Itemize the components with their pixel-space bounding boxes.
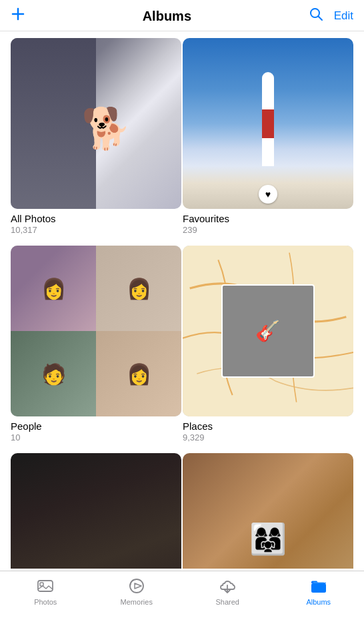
album-item-favourites[interactable]: ♥ Favourites 239 [183,38,353,235]
album-thumb-bottom-2 [183,453,353,569]
svg-rect-10 [313,582,324,583]
tab-bar: Photos Memories Shared [0,571,364,626]
album-thumb-all-photos [11,38,181,209]
album-item-bottom-2[interactable] [183,453,353,569]
photos-icon [37,577,54,595]
heart-icon: ♥ [259,185,277,204]
tab-albums[interactable]: Albums [299,577,339,606]
person-cell-4: 👩 [96,331,181,416]
album-name-places: Places [183,420,353,432]
person-cell-2: 👩 [96,246,181,331]
person-cell-1: 👩 [11,246,96,331]
tab-albums-label: Albums [306,598,331,606]
album-grid: All Photos 10,317 ♥ Favourites 239 👩 👩 🧑… [0,31,364,569]
search-button[interactable] [309,7,323,25]
album-count-all-photos: 10,317 [11,225,181,235]
svg-rect-5 [40,583,43,586]
memories-icon [128,577,145,595]
shared-icon [219,577,236,595]
add-button[interactable] [11,7,25,25]
albums-icon [310,577,327,595]
album-name-favourites: Favourites [183,213,353,224]
album-thumb-people: 👩 👩 🧑 👩 [11,246,181,416]
album-thumb-favourites: ♥ [183,38,353,209]
edit-button[interactable]: Edit [334,9,353,23]
tab-photos[interactable]: Photos [25,577,65,606]
album-item-all-photos[interactable]: All Photos 10,317 [11,38,181,235]
svg-rect-9 [311,583,326,593]
tab-memories[interactable]: Memories [117,577,157,606]
person-cell-3: 🧑 [11,331,96,416]
page-title: Albums [143,9,191,24]
album-count-places: 9,329 [183,432,353,442]
album-item-bottom-1[interactable] [11,453,181,569]
album-count-people: 10 [11,432,181,442]
album-thumb-places: 🎸 [183,246,353,416]
app-header: Albums Edit [0,0,364,31]
album-thumb-bottom-1 [11,453,181,569]
album-name-people: People [11,420,181,432]
tab-shared-label: Shared [216,598,239,606]
tab-photos-label: Photos [34,598,57,606]
tab-shared[interactable]: Shared [207,577,247,606]
album-count-favourites: 239 [183,225,353,235]
places-photo-preview: 🎸 [221,284,315,378]
svg-line-3 [318,17,322,21]
album-item-places[interactable]: 🎸 Places 9,329 [183,246,353,442]
album-name-all-photos: All Photos [11,213,181,224]
tab-memories-label: Memories [121,598,153,606]
svg-marker-7 [135,583,141,589]
album-item-people[interactable]: 👩 👩 🧑 👩 People 10 [11,246,181,442]
